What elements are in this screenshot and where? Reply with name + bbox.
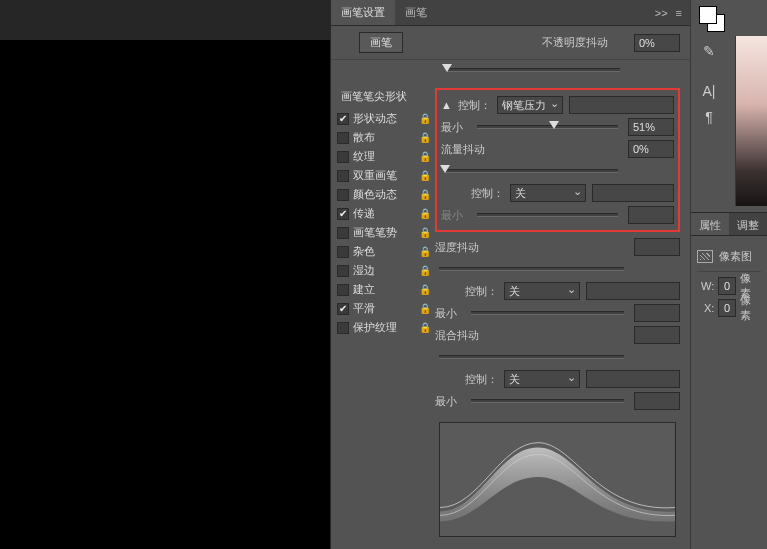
list-item[interactable]: ✔传递🔒 [337, 204, 431, 223]
opacity-jitter-label: 不透明度抖动 [542, 35, 608, 50]
checkbox[interactable] [337, 284, 349, 296]
lock-icon[interactable]: 🔒 [419, 265, 431, 277]
brush-preset-button[interactable]: 画笔 [359, 32, 403, 53]
list-item[interactable]: ✔平滑🔒 [337, 299, 431, 318]
lock-icon[interactable]: 🔒 [419, 113, 431, 125]
min-label-2: 最小 [441, 208, 467, 223]
control-label-2: 控制： [471, 186, 504, 201]
opacity-jitter-value[interactable]: 0% [634, 34, 680, 52]
warning-icon: ▲ [441, 99, 452, 111]
list-item[interactable]: 双重画笔🔒 [337, 166, 431, 185]
panel-menu-icon[interactable]: ≡ [676, 7, 682, 19]
lock-icon[interactable]: 🔒 [419, 208, 431, 220]
checkbox[interactable] [337, 322, 349, 334]
x-value[interactable]: 0 [718, 299, 735, 317]
lock-icon[interactable]: 🔒 [419, 227, 431, 239]
brush-preview [439, 422, 676, 537]
lock-icon[interactable]: 🔒 [419, 151, 431, 163]
control-select-1[interactable]: 钢笔压力 [497, 96, 563, 114]
expand-icon[interactable]: >> [655, 7, 668, 19]
humidity-jitter-slider [439, 267, 624, 271]
item-label: 传递 [353, 206, 419, 221]
mix-control-select: 关 [504, 370, 580, 388]
right-sidebar: ✎ A| ¶ 属性 调整 像素图 W: 0 像素 X: 0 像素 [690, 0, 767, 549]
checkbox[interactable] [337, 227, 349, 239]
list-item[interactable]: 散布🔒 [337, 128, 431, 147]
lock-icon[interactable]: 🔒 [419, 189, 431, 201]
humidity-min-value [634, 304, 680, 322]
control-extra-2[interactable] [592, 184, 674, 202]
flow-jitter-slider[interactable] [445, 169, 618, 173]
lock-icon[interactable]: 🔒 [419, 303, 431, 315]
control-extra-1[interactable] [569, 96, 674, 114]
list-item[interactable]: 湿边🔒 [337, 261, 431, 280]
tab-brush-settings[interactable]: 画笔设置 [331, 0, 395, 25]
list-item[interactable]: 建立🔒 [337, 280, 431, 299]
list-item[interactable]: 画笔笔势🔒 [337, 223, 431, 242]
sub-header: 画笔 不透明度抖动 0% [331, 26, 690, 60]
item-label: 湿边 [353, 263, 419, 278]
checkbox[interactable] [337, 151, 349, 163]
canvas-area[interactable] [0, 40, 330, 549]
lock-icon[interactable]: 🔒 [419, 322, 431, 334]
list-item[interactable]: 杂色🔒 [337, 242, 431, 261]
brush-tool-icon[interactable]: ✎ [695, 38, 723, 64]
mix-extra [586, 370, 680, 388]
brush-options-list: 画笔笔尖形状 ✔形状动态🔒散布🔒纹理🔒双重画笔🔒颜色动态🔒✔传递🔒画笔笔势🔒杂色… [337, 82, 431, 537]
checkbox[interactable] [337, 132, 349, 144]
w-value[interactable]: 0 [718, 277, 735, 295]
list-item[interactable]: 纹理🔒 [337, 147, 431, 166]
min-value-2 [628, 206, 674, 224]
paragraph-tool-icon[interactable]: ¶ [695, 104, 723, 130]
x-label: X: [697, 302, 714, 314]
control-select-2[interactable]: 关 [510, 184, 586, 202]
item-label: 形状动态 [353, 111, 419, 126]
control-label-1: 控制： [458, 98, 491, 113]
opacity-jitter-slider[interactable] [447, 68, 620, 72]
brush-settings-panel: 画笔设置 画笔 >> ≡ 画笔 不透明度抖动 0% 画笔笔尖形状 ✔形状动态🔒散… [330, 0, 690, 549]
tab-brush[interactable]: 画笔 [395, 0, 437, 25]
list-item[interactable]: ✔形状动态🔒 [337, 109, 431, 128]
item-label: 杂色 [353, 244, 419, 259]
mix-jitter-label: 混合抖动 [435, 328, 495, 343]
pixel-layer-icon [697, 250, 713, 263]
humidity-extra [586, 282, 680, 300]
checkbox[interactable]: ✔ [337, 113, 349, 125]
lock-icon[interactable]: 🔒 [419, 246, 431, 258]
tab-properties[interactable]: 属性 [691, 213, 729, 235]
checkbox[interactable] [337, 265, 349, 277]
checkbox[interactable]: ✔ [337, 303, 349, 315]
tool-icons-column: ✎ A| ¶ [695, 38, 731, 130]
flow-jitter-value[interactable]: 0% [628, 140, 674, 158]
lock-icon[interactable]: 🔒 [419, 284, 431, 296]
item-label: 平滑 [353, 301, 419, 316]
min-value-1[interactable]: 51% [628, 118, 674, 136]
item-label: 画笔笔势 [353, 225, 419, 240]
lock-icon[interactable]: 🔒 [419, 132, 431, 144]
humidity-min-slider [471, 311, 624, 315]
checkbox[interactable] [337, 170, 349, 182]
humidity-control-select: 关 [504, 282, 580, 300]
checkbox[interactable] [337, 189, 349, 201]
tab-adjust[interactable]: 调整 [729, 213, 767, 235]
highlighted-section: ▲ 控制： 钢笔压力 最小 51% 流量抖动 0% [435, 88, 680, 232]
color-swatches[interactable] [691, 0, 767, 36]
checkbox[interactable] [337, 246, 349, 258]
color-picker-gradient[interactable] [735, 36, 767, 206]
mix-min-slider [471, 399, 624, 403]
list-item[interactable]: 保护纹理🔒 [337, 318, 431, 337]
x-unit: 像素 [740, 293, 761, 323]
lock-icon[interactable]: 🔒 [419, 170, 431, 182]
list-item[interactable]: 颜色动态🔒 [337, 185, 431, 204]
brush-tip-shape[interactable]: 画笔笔尖形状 [337, 86, 431, 109]
properties-tabs: 属性 调整 [691, 212, 767, 236]
min-slider-1[interactable] [477, 125, 618, 129]
type-tool-icon[interactable]: A| [695, 78, 723, 104]
checkbox[interactable]: ✔ [337, 208, 349, 220]
layer-type-label: 像素图 [719, 249, 752, 264]
humidity-jitter-value [634, 238, 680, 256]
item-label: 保护纹理 [353, 320, 419, 335]
foreground-color-swatch[interactable] [699, 6, 717, 24]
w-label: W: [697, 280, 714, 292]
humidity-control-label: 控制： [465, 284, 498, 299]
